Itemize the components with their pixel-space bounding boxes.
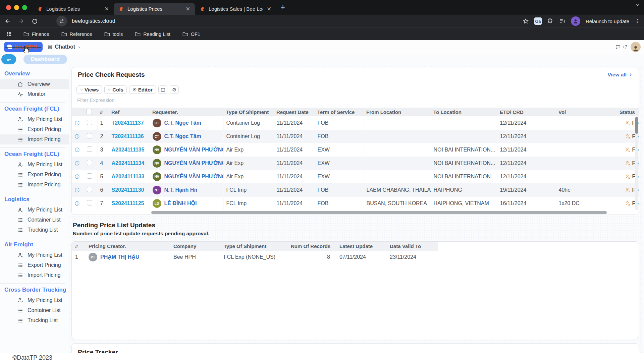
requester-link[interactable]: C.T. Ngọc Tâm	[164, 120, 201, 126]
sidebar-item-cbt-container-list[interactable]: Container List	[0, 305, 69, 315]
bookmark-folder-tools[interactable]: tools	[104, 32, 123, 37]
browser-tab-1[interactable]: Logistics Sales ✕	[33, 3, 114, 15]
reload-icon[interactable]	[29, 15, 40, 27]
col-type[interactable]: Type Of Shipment	[223, 108, 274, 116]
relaunch-to-update-button[interactable]: Relaunch to update	[586, 18, 629, 24]
bookmark-folder-reference[interactable]: Reference	[61, 32, 92, 37]
tab-close-icon[interactable]: ✕	[103, 6, 110, 12]
sidebar-item-lcl-export-pricing[interactable]: Export Pricing	[0, 170, 69, 180]
requester-link[interactable]: NGUYỄN VĂN PHƯỜNG	[164, 160, 224, 166]
window-controls[interactable]	[0, 5, 33, 10]
columns-panel-button[interactable]	[158, 85, 167, 94]
row-checkbox[interactable]	[87, 146, 92, 152]
browser-tab-3[interactable]: Logistics Sales | Bee Logistic ✕	[195, 3, 276, 15]
requester-link[interactable]: C.T. Ngọc Tâm	[164, 133, 201, 139]
sidebar-item-cbt-trucking-list[interactable]: Trucking List	[0, 315, 69, 325]
address-bar[interactable]: beelogistics.cloud	[72, 18, 115, 24]
scrollbar-thumb[interactable]	[151, 211, 607, 214]
sidebar-item-overview[interactable]: Overview	[0, 79, 69, 89]
table-row[interactable]: 6 S2024111130 NTN.T. Hạnh Hn FCL Imp 11/…	[72, 183, 639, 197]
sidebar-item-fcl-my-pricing-list[interactable]: My Pricing List	[0, 114, 69, 124]
col-requester[interactable]: Requester.	[150, 108, 223, 116]
tab-close-icon[interactable]: ✕	[266, 6, 273, 12]
bookmark-star-icon[interactable]	[523, 18, 529, 24]
requester-link[interactable]: N.T. Hạnh Hn	[164, 187, 198, 193]
user-avatar[interactable]	[631, 42, 641, 52]
ref-link[interactable]: T2024111136	[112, 133, 144, 139]
scrollbar-thumb[interactable]	[635, 117, 638, 134]
sidebar-item-logistics-my-pricing-list[interactable]: My Pricing List	[0, 205, 69, 215]
col-company[interactable]: Company	[170, 242, 220, 251]
sidebar-item-air-my-pricing-list[interactable]: My Pricing List	[0, 250, 69, 260]
requester-link[interactable]: LÊ ĐÌNH HỘI	[164, 200, 197, 206]
row-checkbox[interactable]	[87, 200, 92, 205]
col-from[interactable]: From Location	[364, 108, 431, 116]
col-type[interactable]: Type Of Shipment	[220, 242, 287, 251]
row-checkbox[interactable]	[87, 133, 92, 138]
views-button[interactable]: Views	[76, 85, 102, 94]
chat-messages-indicator[interactable]: +7	[615, 44, 627, 50]
tab-search-chevron-icon[interactable]	[635, 3, 640, 7]
requester-link[interactable]: NGUYỄN VĂN PHƯỜNG	[164, 174, 224, 180]
extensions-puzzle-icon[interactable]	[547, 18, 553, 24]
col-status[interactable]: Status	[617, 108, 639, 116]
sidebar-item-fcl-export-pricing[interactable]: Export Pricing	[0, 124, 69, 134]
row-checkbox[interactable]	[87, 160, 92, 165]
sidebar-item-lcl-my-pricing-list[interactable]: My Pricing List	[0, 160, 69, 170]
window-zoom-button[interactable]	[22, 5, 27, 10]
translate-extension-icon[interactable]: Ga	[534, 17, 542, 25]
row-checkbox[interactable]	[87, 120, 92, 125]
forward-icon[interactable]	[15, 15, 27, 27]
sidebar-item-monitor[interactable]: Monitor	[0, 89, 69, 99]
ref-link[interactable]: A2024111135	[112, 147, 145, 153]
new-tab-button[interactable]: +	[281, 3, 285, 12]
table-row[interactable]: 1 T2024111137 CTC.T. Ngọc Tâm Container …	[72, 116, 639, 130]
info-icon[interactable]	[74, 201, 81, 206]
ref-link[interactable]: S2024111130	[112, 187, 144, 193]
chatbot-menu[interactable]: Chatbot	[47, 44, 81, 50]
col-num[interactable]: #	[97, 108, 109, 116]
back-icon[interactable]	[2, 15, 13, 27]
col-latest-update[interactable]: Latest Update	[336, 242, 386, 251]
info-icon[interactable]	[74, 147, 81, 153]
site-settings-icon[interactable]	[56, 16, 67, 26]
creator-link[interactable]: PHẠM THỊ HẬU	[100, 254, 139, 260]
sidebar-item-air-import-pricing[interactable]: Import Pricing	[0, 270, 69, 280]
col-term[interactable]: Term of Service	[315, 108, 364, 116]
select-all-checkbox[interactable]	[87, 109, 92, 114]
table-row[interactable]: 3 A2024111135 NVNGUYỄN VĂN PHƯỜNG Air Ex…	[72, 143, 639, 157]
col-vol[interactable]: Vol	[556, 108, 617, 116]
filter-expression-input[interactable]	[76, 97, 157, 104]
table-horizontal-scrollbar[interactable]	[72, 210, 639, 215]
window-minimize-button[interactable]	[14, 5, 19, 10]
sidebar-item-logistics-trucking-list[interactable]: Trucking List	[0, 225, 69, 235]
col-to[interactable]: To Location	[431, 108, 497, 116]
col-num[interactable]: #	[72, 242, 85, 251]
sidebar-item-air-export-pricing[interactable]: Export Pricing	[0, 260, 69, 270]
browser-profile-avatar[interactable]	[571, 16, 580, 26]
bookmark-folder-finance[interactable]: Finance	[23, 32, 49, 37]
view-all-link[interactable]: View all	[607, 72, 633, 78]
info-icon[interactable]	[74, 120, 81, 126]
col-ref[interactable]: Ref	[109, 108, 150, 116]
info-icon[interactable]	[74, 187, 81, 193]
sidebar-toggle-button[interactable]	[1, 54, 16, 64]
bookmark-folder-of1[interactable]: OF1	[182, 32, 200, 37]
apps-grid-icon[interactable]	[6, 32, 11, 37]
col-request-date[interactable]: Request Date	[274, 108, 315, 116]
col-etd[interactable]: ETD/ CRD	[497, 108, 556, 116]
row-checkbox[interactable]	[87, 187, 92, 192]
info-icon[interactable]	[74, 161, 81, 166]
col-num-records[interactable]: Num Of Records	[287, 242, 336, 251]
browser-tab-2-active[interactable]: Logistics Prices ✕	[114, 3, 195, 15]
settings-button[interactable]: ⚙	[170, 85, 179, 94]
cols-button[interactable]: Cols	[104, 85, 127, 94]
window-close-button[interactable]	[6, 5, 11, 10]
table-vertical-scrollbar[interactable]	[635, 116, 638, 210]
sidebar-item-fcl-import-pricing[interactable]: Import Pricing	[0, 134, 69, 144]
table-row[interactable]: 5 A2024111133 NVNGUYỄN VĂN PHƯỜNG Air Ex…	[72, 170, 639, 183]
ref-link[interactable]: T2024111137	[112, 120, 144, 126]
table-row[interactable]: 4 A2024111134 NVNGUYỄN VĂN PHƯỜNG Air Ex…	[72, 157, 639, 170]
col-data-valid-to[interactable]: Data Valid To	[386, 242, 438, 251]
sidebar-item-logistics-container-list[interactable]: Container List	[0, 215, 69, 225]
